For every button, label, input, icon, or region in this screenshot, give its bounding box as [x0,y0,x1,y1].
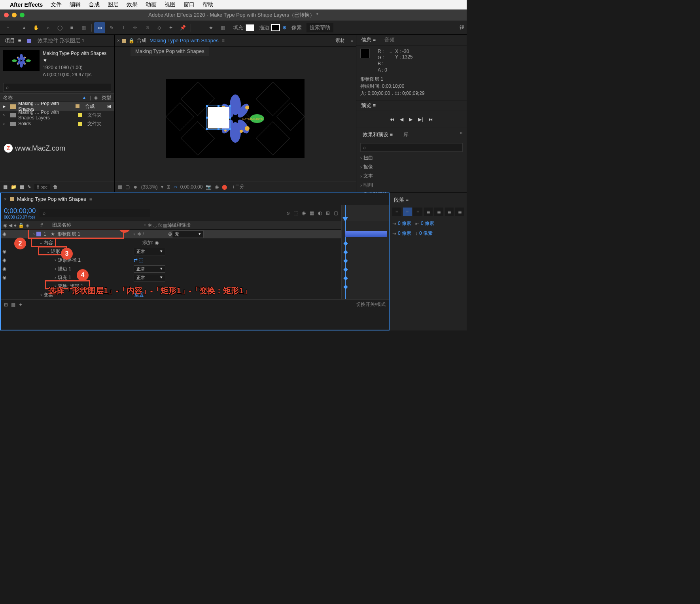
menu-layer[interactable]: 图层 [108,1,119,8]
graph-icon[interactable]: ⎋ [287,210,289,216]
fill-label[interactable]: 填充: [233,24,245,31]
space-after-value[interactable]: 0 像素 [419,230,433,237]
menu-effect[interactable]: 效果 [127,1,138,8]
res-icon[interactable]: ⊞ [166,184,170,190]
effects-tab[interactable]: 效果和预设 ≡ [360,130,395,140]
keyframe-icon[interactable] [343,267,348,272]
roto-tool[interactable]: ✦ [165,22,176,33]
library-tab[interactable]: 库 [401,130,411,140]
solo-col-icon[interactable]: ● [14,223,17,228]
mask-icon[interactable]: ☻ [133,184,138,190]
col-type-header[interactable]: 类型 [102,94,111,101]
home-tool[interactable]: ⌂ [2,22,13,33]
toggle-switches-icon[interactable]: ⊞ [4,302,8,308]
grid-icon[interactable]: ▢ [125,184,130,190]
audio-col-icon[interactable]: ◀ [9,223,12,228]
marker-icon[interactable]: ▢ [334,210,338,216]
star-icon[interactable]: ★ [205,22,216,33]
preview-tab[interactable]: 预览 ≡ [359,100,378,111]
transparency-grid-icon[interactable]: ▦ [217,22,228,33]
close-window-button[interactable] [4,13,9,17]
add-button[interactable]: ◉ [155,240,159,245]
visibility-toggle[interactable]: ◉ [1,266,8,272]
menu-edit[interactable]: 编辑 [70,1,81,8]
menu-view[interactable]: 视图 [165,1,176,8]
current-time[interactable]: 0;00;00;00 [4,207,36,215]
toggle-switches-label[interactable]: 切换开关/模式 [356,301,386,308]
effect-category[interactable]: 时间 [360,181,463,190]
magnify-icon[interactable]: ▦ [118,184,122,190]
effect-category[interactable]: 抠像 [360,162,463,172]
parent-dropdown[interactable]: 无▾ [172,230,204,238]
timeline-track-area[interactable] [341,205,389,299]
rectangle-tool[interactable]: ▭ [94,22,105,33]
project-search-input[interactable]: ⌕ [3,83,111,92]
zoom-dropdown[interactable]: (33.3%) [141,184,158,190]
justify-all-button[interactable]: ≣ [455,208,464,216]
hand-tool[interactable]: ✋ [30,22,42,33]
justify-last-left-button[interactable]: ≣ [424,208,433,216]
comp-tab[interactable]: Making Type Pop with Shapes [146,36,222,45]
project-item-folder[interactable]: › Solids 文件夹 [0,119,114,128]
tag-col-icon[interactable]: ◈ [94,95,98,100]
panel-expand-icon[interactable]: » [460,130,463,140]
comp-thumbnail[interactable] [3,50,40,71]
first-frame-button[interactable]: ⏮ [390,117,394,122]
stroke-width-icon[interactable]: ⚙ [282,25,287,30]
dropdown-arrow-icon[interactable]: ▼ [43,58,47,63]
project-item-folder[interactable]: › Making … Pop with Shapes Layers 文件夹 [0,111,114,119]
visibility-toggle[interactable]: ◉ [1,231,8,237]
layer-row-shape[interactable]: ◉ › 1 ★ 形状图层 1 ♀ ✱ / ⊚ 无▾ [1,230,341,238]
pen-tool[interactable]: ✎ [106,22,117,33]
audio-tab[interactable]: 音频 [382,35,397,45]
layer-duration-bar[interactable] [345,231,387,237]
clone-tool[interactable]: ⎚ [142,22,153,33]
panel-menu-icon[interactable]: ≡ [18,38,21,43]
constrain-icon[interactable]: ⇄ ⬚ [134,257,143,263]
trash-icon[interactable]: 🗑 [53,184,58,190]
align-center-button[interactable]: ≡ [403,208,412,216]
visibility-toggle[interactable]: ◉ [1,257,8,263]
snapshot-icon[interactable]: 📷 [206,184,212,190]
sort-arrow-icon[interactable]: ▲ [82,95,87,100]
play-button[interactable]: ▶ [409,117,412,122]
keyframe-icon[interactable] [343,285,348,289]
layer-row-stroke[interactable]: ◉ › 描边 1 正常▾ [1,264,341,273]
type-tool[interactable]: T [118,22,129,33]
new-comp-icon[interactable]: ▦ [20,184,24,190]
menu-window[interactable]: 窗口 [184,1,195,8]
align-left-button[interactable]: ≡ [392,208,401,216]
blend-mode-dropdown[interactable]: 正常▾ [134,265,165,273]
layer-row-fill[interactable]: ◉ › 填充 1 正常▾ [1,273,341,282]
keyframe-icon[interactable] [343,241,348,245]
camera-tool[interactable]: ▦ [78,22,89,33]
app-name[interactable]: After Effects [10,2,43,8]
menu-file[interactable]: 文件 [51,1,62,8]
resolution-dropdown[interactable]: （二分 [230,183,244,190]
footage-tab[interactable]: 素材 [335,37,345,44]
info-tab[interactable]: 信息 ≡ [359,35,378,45]
frame-blend-icon[interactable]: ▦ [310,210,314,216]
col-layer-name-header[interactable]: 图层名称 [52,222,143,228]
time-display[interactable]: 0;00;00;00 [180,184,203,190]
maximize-window-button[interactable] [20,13,25,17]
pickwhip-icon[interactable]: ⊚ [168,231,172,237]
keyframe-icon[interactable] [343,259,348,263]
justify-last-right-button[interactable]: ≣ [445,208,454,216]
layer-row-rect[interactable]: ◉ ⌄ 矩形 1 正常▾ [1,247,341,256]
orbit-tool[interactable]: ◯ [54,22,65,33]
stroke-label[interactable]: 描边: [259,24,271,31]
timeline-comp-name[interactable]: Making Type Pop with Shapes [17,196,86,202]
new-folder-icon[interactable]: 📁 [11,184,17,190]
effect-controls-tab[interactable]: 效果控件 形状图层 1 [35,36,87,46]
brush-tool[interactable]: ✏ [130,22,141,33]
lock-col-icon[interactable]: 🔒 [18,223,24,228]
panel-expand-icon[interactable]: » [351,38,354,43]
brainstorm-icon[interactable]: ⊞ [326,210,330,216]
flowchart-tab[interactable]: Making Type Pop with Shapes [131,47,209,56]
effects-search-input[interactable]: ⌕ [360,143,463,152]
render-icon[interactable]: ▦ [11,302,15,308]
indent-right-value[interactable]: 0 像素 [398,230,411,237]
rotation-tool[interactable]: ■ [66,22,77,33]
paragraph-tab[interactable]: 段落 [394,197,404,203]
